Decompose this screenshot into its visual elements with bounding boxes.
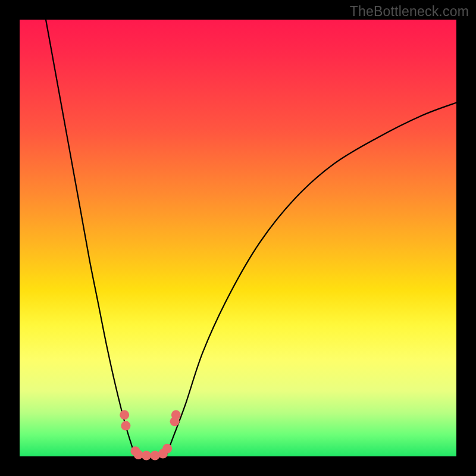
curve-svg [20,20,456,456]
plot-area [20,20,456,456]
watermark-text: TheBottleneck.com [350,4,469,20]
curve-marker [142,451,151,461]
curve-marker [171,410,181,419]
curve-marker [120,410,129,419]
curve-marker [162,444,172,453]
chart-frame: TheBottleneck.com [0,0,476,476]
curve-marker [151,451,160,461]
bottleneck-curve [46,20,456,458]
curve-marker [121,421,130,431]
